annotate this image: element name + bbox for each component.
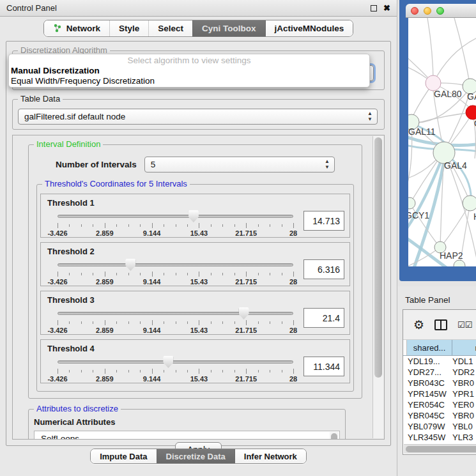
combo-arrows-icon: ▲▼ (367, 111, 372, 123)
network-node-label: GAL4 (444, 160, 467, 171)
table-row[interactable]: YDR27...YDR2 (403, 367, 476, 378)
cell-shared-name[interactable]: YBL079W (403, 422, 452, 431)
close-traffic-light-icon[interactable] (411, 7, 418, 15)
tab-discretize-data[interactable]: Discretize Data (157, 449, 234, 463)
cell-name[interactable]: YDL1 (452, 357, 476, 366)
float-window-icon[interactable] (371, 5, 377, 12)
network-node[interactable] (466, 105, 476, 119)
table-row[interactable]: YBR045CYBR0 (403, 410, 476, 421)
table-row[interactable]: YBR043CYBR0 (403, 378, 476, 388)
tick-label: -3.426 (47, 326, 67, 334)
cell-name[interactable]: YER0 (452, 400, 476, 410)
cell-shared-name[interactable]: YBR043C (403, 378, 452, 388)
column-header-name[interactable]: na (452, 340, 476, 355)
group-label: Table Data (18, 95, 63, 104)
number-of-intervals-combobox[interactable]: 5 ▲▼ (144, 157, 335, 173)
scrollbar-thumb[interactable] (374, 137, 382, 378)
threshold-1-value-field[interactable]: 14.713 (303, 211, 344, 231)
cell-shared-name[interactable]: YDR27... (403, 367, 452, 377)
right-column: GAL80GACGAL11GAL4GCY1HHAP2 Table Panel ⚙… (397, 0, 476, 476)
attribute-list-item[interactable]: SelfLoops (41, 433, 339, 440)
cell-name[interactable]: YBL0 (452, 422, 476, 431)
threshold-4-label: Threshold 4 (47, 344, 344, 353)
table-horizontal-scrollbar[interactable] (404, 444, 476, 454)
slider-thumb[interactable] (188, 210, 199, 222)
cell-shared-name[interactable]: YLR345W (403, 433, 452, 442)
threshold-2-value-field[interactable]: 6.316 (303, 259, 344, 279)
network-node[interactable] (408, 197, 415, 209)
dropdown-placeholder-option[interactable]: Select algorithm to view settings (9, 56, 369, 66)
tab-infer-network[interactable]: Infer Network (234, 449, 306, 463)
column-header-shared-name[interactable]: shared... (407, 340, 452, 355)
network-window-titlebar[interactable] (406, 4, 476, 18)
table-row[interactable]: YER054CYER0 (403, 399, 476, 410)
slider-tick-labels: -3.4262.8599.14415.4321.71528 (58, 326, 293, 335)
slider-track[interactable] (58, 215, 293, 218)
slider-thumb[interactable] (163, 356, 173, 368)
threshold-2-slider[interactable]: -3.4262.8599.14415.4321.71528 (58, 259, 293, 287)
cell-name[interactable]: YBR0 (452, 411, 476, 420)
tab-impute-data[interactable]: Impute Data (91, 449, 156, 463)
table-row[interactable]: YDL19...YDL1 (403, 356, 476, 367)
table-row[interactable]: YBL079WYBL0 (403, 421, 476, 432)
minimize-traffic-light-icon[interactable] (424, 7, 431, 15)
gear-icon[interactable]: ⚙ (413, 319, 424, 331)
attributes-group: Attributes to discretize Numerical Attri… (28, 409, 346, 440)
split-columns-icon[interactable] (434, 319, 447, 330)
cell-shared-name[interactable]: YDL19... (403, 357, 452, 366)
table-row[interactable]: YLR345WYLR3 (403, 432, 476, 443)
network-node-label: GCY1 (408, 210, 429, 220)
threshold-4-slider[interactable]: -3.4262.8599.14415.4321.71528 (58, 356, 293, 384)
table-row[interactable]: YPR145WYPR1 (403, 388, 476, 399)
network-graph[interactable]: GAL80GACGAL11GAL4GCY1HHAP2 (408, 18, 476, 266)
dropdown-option-manual-discretization[interactable]: Manual Discretization (9, 66, 369, 76)
algorithm-dropdown-popup: Select algorithm to view settings Manual… (8, 54, 370, 88)
tick-label: 9.144 (143, 229, 161, 237)
scrollbar-thumb[interactable] (406, 446, 476, 452)
threshold-4-value-field[interactable]: 11.344 (303, 357, 344, 376)
network-node-label: GA (467, 91, 476, 102)
tick-label: 28 (289, 229, 297, 237)
table-data-combobox[interactable]: galFiltered.sif default node ▲▼ (18, 109, 378, 125)
slider-track[interactable] (58, 360, 293, 364)
tick-label: 15.43 (190, 375, 208, 383)
threshold-3-label: Threshold 3 (47, 295, 344, 305)
threshold-3-slider[interactable]: -3.4262.8599.14415.4321.71528 (58, 307, 293, 335)
network-view-window[interactable]: GAL80GACGAL11GAL4GCY1HHAP2 (399, 0, 476, 281)
zoom-traffic-light-icon[interactable] (436, 7, 444, 15)
dropdown-option-equal-width[interactable]: Equal Width/Frequency Discretization (9, 76, 369, 86)
cell-shared-name[interactable]: YBR045C (403, 411, 452, 420)
numerical-attributes-list[interactable]: SelfLoopsTopologicalCoefficientBetweenne… (34, 431, 340, 440)
cell-shared-name[interactable]: YER054C (403, 400, 452, 410)
close-icon[interactable]: ✖ (383, 5, 390, 12)
slider-track[interactable] (58, 263, 293, 266)
cell-name[interactable]: YPR1 (452, 389, 476, 399)
slider-track[interactable] (58, 312, 293, 315)
slider-thumb[interactable] (125, 259, 135, 271)
cell-name[interactable]: YBR0 (452, 378, 476, 388)
select-columns-icon[interactable]: ☑☑ (457, 320, 472, 330)
cell-name[interactable]: YLR3 (452, 433, 476, 442)
tab-network[interactable]: Network (44, 20, 109, 36)
tick-label: 9.144 (143, 326, 161, 334)
threshold-1-slider[interactable]: -3.4262.8599.14415.4321.71528 (58, 210, 293, 238)
cell-name[interactable]: YDR2 (452, 367, 476, 377)
list-scrollbar[interactable] (330, 432, 339, 440)
network-node[interactable] (454, 260, 465, 266)
settings-scrollbar[interactable] (372, 136, 383, 438)
network-node[interactable] (463, 196, 476, 211)
slider-thumb[interactable] (239, 307, 249, 319)
network-edge[interactable] (433, 37, 476, 83)
tab-select[interactable]: Select (148, 20, 192, 36)
tab-style[interactable]: Style (109, 20, 148, 36)
tab-cyni-toolbox[interactable]: Cyni Toolbox (192, 20, 265, 36)
tab-jactivemnodules[interactable]: jActiveMNodules (265, 20, 353, 36)
cell-shared-name[interactable]: YPR145W (403, 389, 452, 399)
tick-label: 21.715 (235, 375, 257, 383)
table-body: YDL19...YDL1YDR27...YDR2YBR043CYBR0YPR14… (403, 356, 476, 444)
network-canvas[interactable]: GAL80GACGAL11GAL4GCY1HHAP2 (408, 18, 476, 266)
threshold-3-value-field[interactable]: 21.4 (303, 308, 344, 328)
tick-label: 28 (289, 375, 297, 383)
network-node-label: H (473, 211, 476, 222)
threshold-1-label: Threshold 1 (47, 198, 344, 208)
